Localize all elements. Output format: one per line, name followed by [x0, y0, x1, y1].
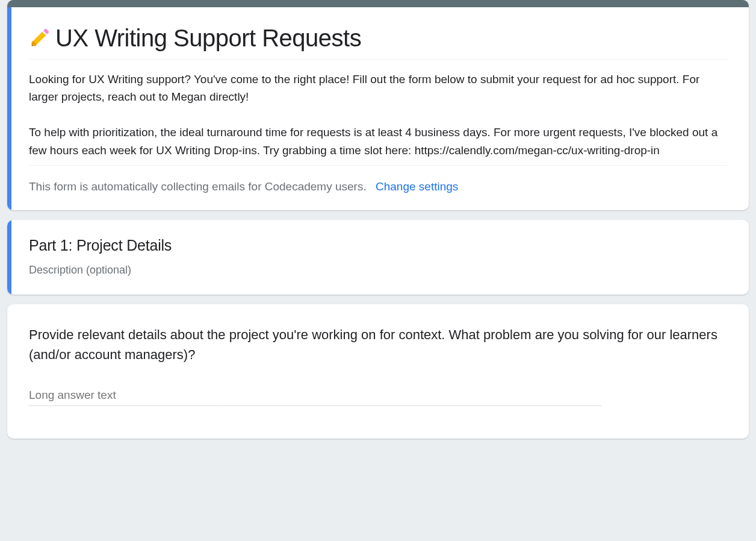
form-header-card: UX Writing Support Requests Looking for …: [7, 0, 749, 210]
card-accent: [7, 220, 11, 295]
question-text[interactable]: Provide relevant details about the proje…: [29, 325, 727, 364]
form-title-text: UX Writing Support Requests: [55, 25, 361, 51]
email-collection-notice: This form is automatically collecting em…: [29, 180, 727, 193]
section-header-card: Part 1: Project Details Description (opt…: [7, 220, 749, 295]
form-description[interactable]: Looking for UX Writing support? You've c…: [29, 70, 727, 166]
long-answer-input[interactable]: [29, 386, 601, 406]
section-title[interactable]: Part 1: Project Details: [29, 237, 727, 254]
email-notice-text: This form is automatically collecting em…: [29, 180, 367, 193]
change-settings-link[interactable]: Change settings: [376, 180, 458, 193]
question-card: Provide relevant details about the proje…: [7, 304, 749, 439]
form-title[interactable]: UX Writing Support Requests: [29, 24, 727, 60]
pencil-icon: [29, 26, 52, 54]
card-accent: [7, 7, 11, 210]
section-description[interactable]: Description (optional): [29, 264, 131, 277]
